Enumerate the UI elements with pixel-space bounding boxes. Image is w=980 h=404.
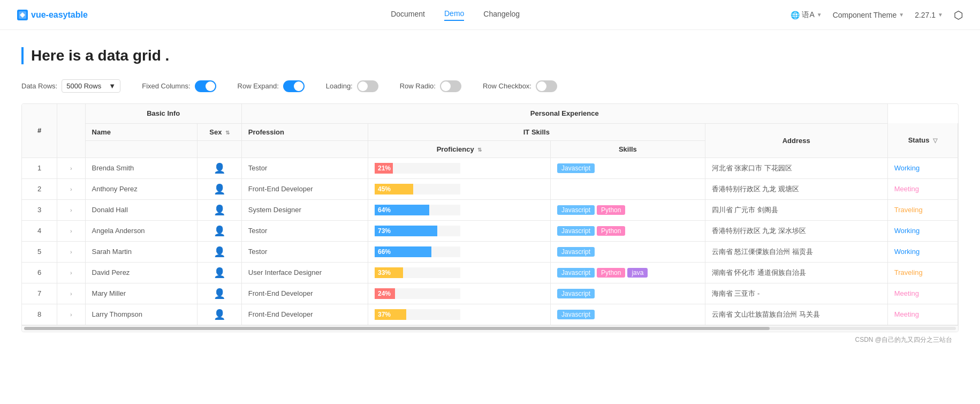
loading-toggle[interactable] <box>357 80 378 92</box>
skill-tag: java <box>627 268 648 278</box>
status-filter-icon[interactable]: ▽ <box>933 137 937 144</box>
status-badge: Working <box>894 164 920 172</box>
cell-sex: 👤 <box>197 158 241 178</box>
cell-name: Brenda Smith <box>85 158 197 178</box>
expand-arrow-icon[interactable]: › <box>70 249 72 255</box>
language-dropdown[interactable]: 🌐 语A ▼ <box>791 10 822 20</box>
page-content: Here is a data grid . Data Rows: 5000 Ro… <box>0 30 980 362</box>
row-checkbox-control: Row Checkbox: <box>483 80 557 92</box>
cell-sex: 👤 <box>197 178 241 199</box>
nav-changelog[interactable]: Changelog <box>483 10 520 20</box>
skill-tag: Javascript <box>557 247 595 257</box>
cell-status: Working <box>887 220 958 241</box>
cell-num: 1 <box>22 158 57 178</box>
nav-demo[interactable]: Demo <box>444 9 464 21</box>
github-link[interactable]: ⬡ <box>954 9 963 21</box>
cell-expand[interactable]: › <box>57 262 85 283</box>
cell-num: 3 <box>22 199 57 220</box>
cell-skills: Javascript <box>551 241 705 262</box>
cell-address: 湖南省 怀化市 通道侗族自治县 <box>705 262 887 283</box>
cell-name: Angela Anderson <box>85 220 197 241</box>
male-icon: 👤 <box>214 163 225 174</box>
cell-expand[interactable]: › <box>57 304 85 325</box>
cell-status: Meeting <box>887 178 958 199</box>
proficiency-bar-track: 37% <box>375 309 460 320</box>
loading-label: Loading: <box>326 82 353 90</box>
skill-tag: Python <box>597 226 625 236</box>
cell-name: Anthony Perez <box>85 178 197 199</box>
cell-proficiency: 73% <box>368 220 550 241</box>
name-label: Name <box>92 128 111 136</box>
expand-arrow-icon[interactable]: › <box>70 165 72 171</box>
bottom-scrollbar[interactable] <box>22 325 958 332</box>
brand-logo[interactable]: vue-easytable <box>17 10 88 20</box>
cell-expand[interactable]: › <box>57 199 85 220</box>
nav-document[interactable]: Document <box>391 10 425 20</box>
cell-proficiency: 24% <box>368 283 550 304</box>
cell-name: David Perez <box>85 262 197 283</box>
cell-address: 香港特别行政区 九龙 观塘区 <box>705 178 887 199</box>
cell-address: 云南省 怒江傈僳族自治州 福贡县 <box>705 241 887 262</box>
female-icon: 👤 <box>214 184 225 194</box>
expand-arrow-icon[interactable]: › <box>70 186 72 192</box>
component-theme-dropdown[interactable]: Component Theme ▼ <box>833 11 905 19</box>
skill-tag: Javascript <box>557 205 595 215</box>
cell-expand[interactable]: › <box>57 283 85 304</box>
expand-arrow-icon[interactable]: › <box>70 228 72 234</box>
row-checkbox-toggle[interactable] <box>536 80 557 92</box>
row-expand-toggle[interactable] <box>283 80 305 92</box>
row-radio-toggle[interactable] <box>440 80 461 92</box>
cell-expand[interactable]: › <box>57 241 85 262</box>
skill-tags: Javascript <box>557 247 698 257</box>
cell-skills: JavascriptPython <box>551 199 705 220</box>
cell-expand[interactable]: › <box>57 158 85 178</box>
sex-sort-icon[interactable]: ⇅ <box>225 130 230 136</box>
version-dropdown[interactable]: 2.27.1 ▼ <box>915 11 943 19</box>
row-checkbox-label: Row Checkbox: <box>483 82 531 90</box>
cell-expand[interactable]: › <box>57 178 85 199</box>
skill-tags: Javascript <box>557 163 698 173</box>
skill-tag: Python <box>597 205 625 215</box>
proficiency-bar: 64% <box>375 205 429 215</box>
page-title-wrapper: Here is a data grid . <box>21 47 959 64</box>
data-rows-select[interactable]: 5000 Rows ▼ <box>62 79 120 93</box>
th-proficiency: Proficiency ⇅ <box>368 140 550 158</box>
cell-proficiency: 45% <box>368 178 550 199</box>
cell-proficiency: 21% <box>368 158 550 178</box>
cell-num: 6 <box>22 262 57 283</box>
skill-tag: Javascript <box>557 310 595 319</box>
skill-tag: Javascript <box>557 163 595 173</box>
proficiency-sort-icon[interactable]: ⇅ <box>477 147 482 153</box>
cell-expand[interactable]: › <box>57 220 85 241</box>
fixed-columns-label: Fixed Columns: <box>142 82 190 90</box>
row-expand-label: Row Expand: <box>238 82 279 90</box>
proficiency-bar: 73% <box>375 226 437 236</box>
status-badge: Meeting <box>894 289 919 297</box>
cell-skills <box>551 178 705 199</box>
skill-tag: Javascript <box>557 226 595 236</box>
fixed-columns-toggle[interactable] <box>195 80 216 92</box>
row-radio-knob <box>441 81 451 91</box>
expand-arrow-icon[interactable]: › <box>70 207 72 213</box>
skill-tags: JavascriptPythonjava <box>557 268 698 278</box>
cell-name: Sarah Martin <box>85 241 197 262</box>
table-scroll[interactable]: # Basic Info Personal Experience Name <box>22 104 958 325</box>
it-skills-label: IT Skills <box>523 128 550 136</box>
cell-address: 四川省 广元市 剑阁县 <box>705 199 887 220</box>
expand-arrow-icon[interactable]: › <box>70 270 72 276</box>
cell-address: 河北省 张家口市 下花园区 <box>705 158 887 178</box>
expand-arrow-icon[interactable]: › <box>70 311 72 318</box>
proficiency-bar: 33% <box>375 267 403 278</box>
language-chevron-icon: ▼ <box>817 12 822 18</box>
female-icon: 👤 <box>214 267 225 278</box>
version-chevron-icon: ▼ <box>938 12 943 18</box>
cell-address: 云南省 文山壮族苗族自治州 马关县 <box>705 304 887 325</box>
data-rows-control: Data Rows: 5000 Rows ▼ <box>21 79 120 93</box>
cell-profession: Front-End Developer <box>241 304 368 325</box>
cell-profession: Testor <box>241 158 368 178</box>
expand-arrow-icon[interactable]: › <box>70 290 72 297</box>
th-expand-spacer <box>57 104 85 158</box>
proficiency-bar-track: 45% <box>375 184 460 194</box>
cell-name: Larry Thompson <box>85 304 197 325</box>
cell-sex: 👤 <box>197 241 241 262</box>
